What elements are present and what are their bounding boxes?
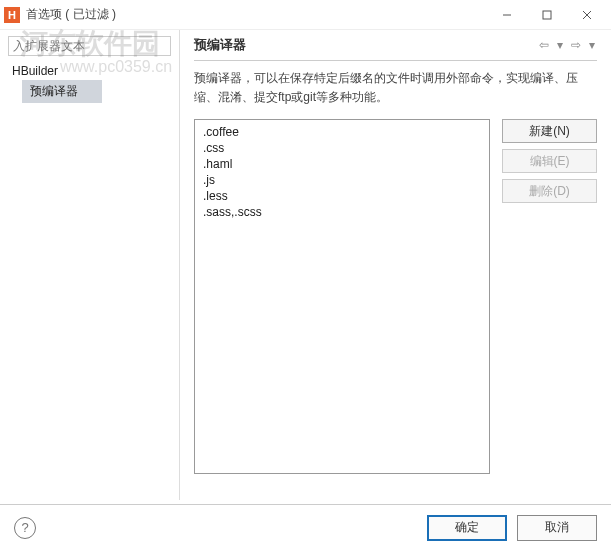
list-item[interactable]: .coffee: [203, 124, 481, 140]
filter-input[interactable]: [8, 36, 171, 56]
tree-root-hbuilder[interactable]: HBuilder: [8, 62, 171, 80]
nav-back-icon[interactable]: ⇦: [537, 38, 551, 52]
cancel-button[interactable]: 取消: [517, 515, 597, 541]
main-header: 预编译器 ⇦ ▾ ⇨ ▾: [194, 36, 597, 61]
side-buttons: 新建(N) 编辑(E) 删除(D): [502, 119, 597, 474]
footer: ? 确定 取消: [0, 504, 611, 550]
main-panel: 预编译器 ⇦ ▾ ⇨ ▾ 预编译器，可以在保存特定后缀名的文件时调用外部命令，实…: [180, 30, 611, 500]
list-item[interactable]: .css: [203, 140, 481, 156]
description-text: 预编译器，可以在保存特定后缀名的文件时调用外部命令，实现编译、压缩、混淆、提交f…: [194, 69, 597, 107]
minimize-button[interactable]: [487, 1, 527, 29]
sidebar: HBuilder 预编译器: [0, 30, 180, 500]
list-item[interactable]: .js: [203, 172, 481, 188]
list-item[interactable]: .haml: [203, 156, 481, 172]
page-title: 预编译器: [194, 36, 246, 54]
list-item[interactable]: .sass,.scss: [203, 204, 481, 220]
app-icon: H: [4, 7, 20, 23]
new-button[interactable]: 新建(N): [502, 119, 597, 143]
tree-item-precompiler[interactable]: 预编译器: [22, 80, 102, 103]
help-icon[interactable]: ?: [14, 517, 36, 539]
title-bar: H 首选项 ( 已过滤 ): [0, 0, 611, 30]
nav-dropdown-2-icon[interactable]: ▾: [587, 38, 597, 52]
window-controls: [487, 1, 607, 29]
nav-dropdown-1-icon[interactable]: ▾: [555, 38, 565, 52]
nav-forward-icon[interactable]: ⇨: [569, 38, 583, 52]
close-button[interactable]: [567, 1, 607, 29]
main-body: .coffee .css .haml .js .less .sass,.scss…: [194, 119, 597, 474]
delete-button[interactable]: 删除(D): [502, 179, 597, 203]
edit-button[interactable]: 编辑(E): [502, 149, 597, 173]
window-title: 首选项 ( 已过滤 ): [26, 6, 487, 23]
footer-buttons: 确定 取消: [427, 515, 597, 541]
list-item[interactable]: .less: [203, 188, 481, 204]
extensions-list[interactable]: .coffee .css .haml .js .less .sass,.scss: [194, 119, 490, 474]
content-area: HBuilder 预编译器 预编译器 ⇦ ▾ ⇨ ▾ 预编译器，可以在保存特定后…: [0, 30, 611, 500]
svg-rect-1: [543, 11, 551, 19]
nav-arrows: ⇦ ▾ ⇨ ▾: [537, 38, 597, 52]
maximize-button[interactable]: [527, 1, 567, 29]
ok-button[interactable]: 确定: [427, 515, 507, 541]
